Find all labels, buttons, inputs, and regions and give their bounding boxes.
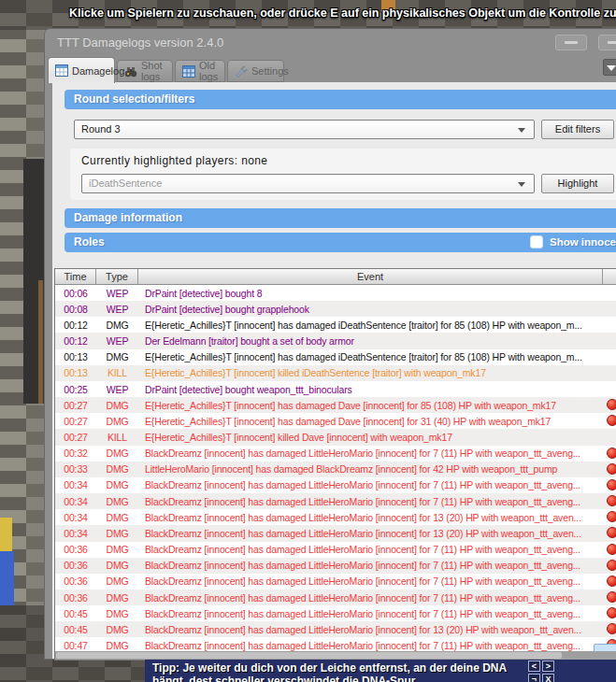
damage-info-icon[interactable] [607,479,616,490]
damage-info-icon[interactable] [607,399,616,410]
tip-extra-button-2[interactable]: X [542,674,554,682]
column-header-time[interactable]: Time [55,269,96,284]
damage-info-icon[interactable] [607,415,616,426]
damage-info-icon[interactable] [607,544,616,555]
time-cell: 00:08 [55,304,96,315]
event-cell: DrPaint [detective] bought grapplehook [138,304,603,315]
event-cell: DrPaint [detective] bought weapon_ttt_bi… [138,384,603,395]
tip-extra-button-1[interactable]: ¬ [528,674,540,682]
game-world-door-edge [38,280,43,404]
log-row[interactable]: 00:36DMGBlackDreamz [innocent] has damag… [55,542,616,558]
log-row[interactable]: 00:13KILLE{Heretic_Achilles}T [innocent]… [55,365,616,381]
damage-info-icon[interactable] [607,575,616,587]
log-row[interactable]: 00:34DMGBlackDreamz [innocent] has damag… [55,477,616,493]
log-row[interactable]: 00:45DMGBlackDreamz [innocent] has damag… [55,605,616,621]
tab-label: Shot logs [141,60,165,82]
damage-info-icon[interactable] [607,527,616,538]
show-innocent-checkbox[interactable] [530,235,543,249]
column-header-type[interactable]: Type [96,269,138,284]
time-cell: 00:36 [55,575,96,587]
damagelog-table-icon [55,64,68,77]
tip-prev-button[interactable]: < [528,661,540,672]
time-cell: 00:34 [55,496,96,507]
log-row[interactable]: 00:25WEPDrPaint [detective] bought weapo… [55,381,616,397]
type-cell: DMG [96,575,138,587]
event-cell: BlackDreamz [innocent] has damaged Littl… [138,448,603,459]
time-cell: 00:13 [55,351,96,362]
event-cell: BlackDreamz [innocent] has damaged Littl… [138,512,603,523]
time-cell: 00:33 [55,463,96,475]
log-table-body: 00:06WEPDrPaint [detective] bought 800:0… [55,285,616,661]
type-cell: DMG [96,416,138,427]
damage-info-icon[interactable] [607,511,616,522]
log-row[interactable]: 00:08WEPDrPaint [detective] bought grapp… [55,301,616,317]
log-row[interactable]: 00:27KILLE{Heretic_Achilles}T [innocent]… [55,429,616,445]
log-row[interactable]: 00:34DMGBlackDreamz [innocent] has damag… [55,525,616,541]
tip-next-button[interactable]: > [542,661,554,672]
damage-info-icon[interactable] [607,463,616,475]
type-cell: DMG [96,463,138,475]
type-cell: DMG [96,400,138,411]
edit-filters-button[interactable]: Edit filters [541,120,614,139]
damage-info-icon[interactable] [607,591,616,603]
event-cell: E{Heretic_Achilles}T [innocent] killed D… [138,432,603,443]
minimize-icon [565,41,578,44]
player-select[interactable]: iDeathSentence [81,174,535,193]
close-button[interactable] [598,35,616,50]
log-row[interactable]: 00:12WEPDer Edelmann [traitor] bought a … [55,333,616,348]
content-panel: Round selection/filters Round 3 Edit fil… [52,82,616,659]
type-cell: KILL [96,367,138,378]
time-cell: 00:45 [55,608,96,619]
type-cell: DMG [96,479,138,490]
type-cell: DMG [96,351,138,362]
titlebar[interactable]: TTT Damagelogs version 2.4.0 [45,29,616,55]
log-row[interactable]: 00:06WEPDrPaint [detective] bought 8 [55,285,616,301]
tab-old-logs[interactable]: Old logs [175,60,225,82]
round-select[interactable]: Round 3 [74,120,535,139]
event-cell: BlackDreamz [innocent] has damaged Littl… [138,479,603,490]
round-filters-header: Round selection/filters [64,90,616,109]
tab-label: Old logs [199,60,218,82]
type-cell: KILL [96,432,138,443]
tab-overflow-button[interactable] [603,59,616,76]
column-header-extra [603,269,616,284]
tab-label: Settings [251,65,289,77]
damage-info-icon[interactable] [607,560,616,571]
tab-damagelog[interactable]: Damagelog [48,57,115,83]
event-cell: E{Heretic_Achilles}T [innocent] has dama… [138,320,603,331]
log-row[interactable]: 00:36DMGBlackDreamz [innocent] has damag… [55,590,616,605]
type-cell: WEP [96,304,138,315]
event-cell: BlackDreamz [innocent] has damaged Littl… [138,624,603,635]
horizontal-scrollbar[interactable] [55,651,616,660]
scrollbar-thumb[interactable] [56,652,562,659]
type-cell: DMG [96,640,138,651]
log-row[interactable]: 00:13DMGE{Heretic_Achilles}T [innocent] … [55,349,616,365]
damage-info-icon[interactable] [607,495,616,506]
highlight-button[interactable]: Highlight [541,174,614,193]
log-row[interactable]: 00:45DMGBlackDreamz [innocent] has damag… [55,621,616,637]
type-cell: DMG [96,608,138,619]
column-header-event[interactable]: Event [138,269,603,284]
minimize-button[interactable] [555,35,587,50]
event-cell: E{Heretic_Achilles}T [innocent] has dama… [138,400,603,411]
log-row[interactable]: 00:32DMGBlackDreamz [innocent] has damag… [55,446,616,462]
damage-info-icon[interactable] [607,607,616,618]
tab-shot-logs[interactable]: Shot logs [117,60,173,82]
event-cell: BlackDreamz [innocent] has damaged Littl… [138,560,603,571]
log-row[interactable]: 00:27DMGE{Heretic_Achilles}T [innocent] … [55,413,616,429]
log-row[interactable]: 00:34DMGBlackDreamz [innocent] has damag… [55,493,616,509]
log-row[interactable]: 00:12DMGE{Heretic_Achilles}T [innocent] … [55,317,616,333]
log-row[interactable]: 00:36DMGBlackDreamz [innocent] has damag… [55,574,616,590]
tab-settings[interactable]: Settings [227,60,284,82]
time-cell: 00:12 [55,320,96,331]
damage-info-icon[interactable] [607,623,616,634]
binoculars-icon [124,65,137,78]
log-row[interactable]: 00:33DMGLittleHeroMario [innocent] has d… [55,462,616,477]
log-row[interactable]: 00:34DMGBlackDreamz [innocent] has damag… [55,509,616,525]
time-cell: 00:27 [55,400,96,411]
log-row[interactable]: 00:27DMGE{Heretic_Achilles}T [innocent] … [55,397,616,413]
log-row[interactable]: 00:36DMGBlackDreamz [innocent] has damag… [55,558,616,574]
damage-info-icon[interactable] [607,448,616,459]
time-cell: 00:45 [55,624,96,635]
event-cell: E{Heretic_Achilles}T [innocent] has dama… [138,351,603,362]
